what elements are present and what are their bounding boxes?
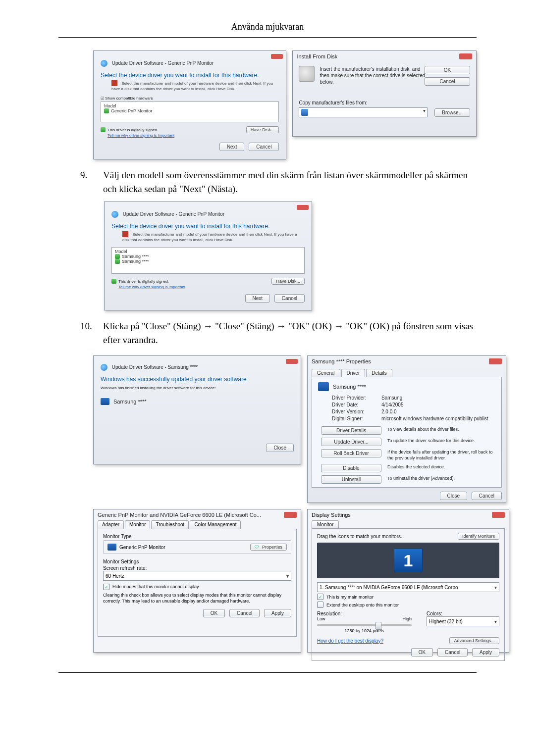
model-listbox[interactable]: Model Samsung **** Samsung **** bbox=[111, 247, 305, 274]
refresh-rate-label: Screen refresh rate: bbox=[103, 565, 291, 571]
tab-general[interactable]: General bbox=[312, 369, 340, 377]
hide-modes-desc: Clearing this check box allows you to se… bbox=[103, 592, 291, 604]
best-display-link[interactable]: How do I get the best display? bbox=[317, 638, 383, 644]
drive-icon bbox=[301, 109, 308, 116]
tab-adapter[interactable]: Adapter bbox=[98, 520, 124, 529]
resolution-slider[interactable] bbox=[317, 624, 412, 626]
monitor-select[interactable]: 1. Samsung **** on NVIDIA GeForce 6600 L… bbox=[317, 582, 499, 592]
disable-desc: Disables the selected device. bbox=[387, 464, 495, 470]
update-driver-button[interactable]: Update Driver... bbox=[321, 438, 381, 446]
refresh-rate-select[interactable]: 60 Hertz bbox=[103, 571, 291, 581]
dialog-subtext: Select the manufacturer and model of you… bbox=[111, 81, 279, 91]
update-driver-dialog-2: Update Driver Software - Generic PnP Mon… bbox=[104, 202, 312, 310]
breadcrumb-text: Update Driver Software - Generic PnP Mon… bbox=[112, 60, 214, 66]
shield-icon bbox=[101, 127, 106, 132]
properties-button[interactable]: 🛡 Properties bbox=[250, 544, 287, 551]
driver-details-button[interactable]: Driver Details bbox=[321, 426, 381, 435]
slider-high-label: High bbox=[403, 616, 412, 621]
tab-color-mgmt[interactable]: Color Management bbox=[190, 520, 241, 529]
disable-button[interactable]: Disable bbox=[321, 464, 381, 472]
main-monitor-checkbox[interactable] bbox=[317, 594, 323, 600]
list-item[interactable]: Samsung **** bbox=[122, 254, 149, 259]
column-header: Model bbox=[115, 249, 301, 254]
close-icon[interactable] bbox=[459, 53, 472, 59]
next-button[interactable]: Next bbox=[245, 294, 270, 302]
cancel-button[interactable]: Cancel bbox=[472, 492, 502, 500]
close-icon[interactable] bbox=[489, 358, 502, 364]
next-button[interactable]: Next bbox=[219, 143, 245, 151]
have-disk-button[interactable]: Have Disk... bbox=[271, 278, 305, 285]
driver-details-desc: To view details about the driver files. bbox=[387, 426, 495, 432]
apply-button[interactable]: Apply bbox=[472, 648, 499, 656]
monitor-name: Generic PnP Monitor bbox=[119, 545, 165, 550]
step-text: Klicka på "Close" (Stäng) → "Close" (Stä… bbox=[103, 319, 477, 347]
tab-details[interactable]: Details bbox=[366, 369, 392, 377]
advanced-settings-button[interactable]: Advanced Settings... bbox=[449, 637, 499, 644]
step-9: 9. Välj den modell som överensstämmer me… bbox=[80, 168, 477, 196]
device-name: Samsung **** bbox=[113, 399, 147, 404]
back-icon[interactable] bbox=[101, 364, 107, 371]
browse-button[interactable]: Browse... bbox=[434, 108, 470, 117]
signed-label: This driver is digitally signed. bbox=[107, 128, 158, 132]
ok-button[interactable]: OK bbox=[203, 609, 225, 617]
close-icon[interactable] bbox=[297, 205, 309, 210]
signed-label: This driver is digitally signed. bbox=[118, 279, 169, 284]
cancel-button[interactable]: Cancel bbox=[249, 143, 279, 151]
uninstall-desc: To uninstall the driver (Advanced). bbox=[387, 475, 495, 481]
tab-troubleshoot[interactable]: Troubleshoot bbox=[151, 520, 189, 529]
signing-info-link[interactable]: Tell me why driver signing is important bbox=[118, 285, 305, 289]
close-button[interactable]: Close bbox=[266, 444, 294, 452]
cancel-button[interactable]: Cancel bbox=[274, 294, 305, 302]
signing-info-link[interactable]: Tell me why driver signing is important bbox=[107, 133, 279, 138]
compatible-checkbox-label[interactable]: ☑ Show compatible hardware bbox=[101, 96, 279, 101]
close-icon[interactable] bbox=[284, 512, 297, 518]
colors-select[interactable]: Highest (32 bit) bbox=[427, 616, 499, 626]
cancel-button[interactable]: Cancel bbox=[437, 648, 468, 656]
back-icon[interactable] bbox=[111, 211, 118, 218]
shield-icon bbox=[115, 259, 120, 264]
model-listbox[interactable]: Model Generic PnP Monitor bbox=[101, 101, 279, 122]
extend-desktop-label: Extend the desktop onto this monitor bbox=[326, 603, 399, 607]
step-10: 10. Klicka på "Close" (Stäng) → "Close" … bbox=[80, 319, 477, 347]
tab-monitor[interactable]: Monitor bbox=[125, 520, 150, 529]
dialog-headline: Select the device driver you want to ins… bbox=[101, 72, 279, 79]
footer-rule bbox=[58, 672, 477, 673]
hide-modes-checkbox[interactable] bbox=[103, 584, 109, 590]
path-combobox[interactable] bbox=[299, 107, 428, 117]
monitor-square-icon bbox=[122, 231, 128, 237]
drag-instruction: Drag the icons to match your monitors. bbox=[317, 534, 402, 539]
list-item[interactable]: Samsung **** bbox=[122, 259, 149, 264]
close-icon[interactable] bbox=[271, 54, 283, 59]
tab-driver[interactable]: Driver bbox=[341, 369, 366, 377]
monitor-icon bbox=[101, 398, 109, 405]
dialog-subtext: Select the manufacturer and model of you… bbox=[122, 232, 297, 242]
rollback-driver-button[interactable]: Roll Back Driver bbox=[321, 449, 381, 457]
slider-low-label: Low bbox=[317, 616, 325, 621]
close-icon[interactable] bbox=[492, 512, 505, 518]
back-icon[interactable] bbox=[101, 60, 107, 67]
list-item[interactable]: Generic PnP Monitor bbox=[111, 108, 152, 113]
monitor-stage[interactable]: 1 bbox=[317, 543, 499, 578]
step-text: Välj den modell som överensstämmer med d… bbox=[103, 168, 477, 196]
update-driver-dialog-1: Update Driver Software - Generic PnP Mon… bbox=[93, 50, 286, 159]
extend-desktop-checkbox[interactable] bbox=[317, 602, 323, 608]
monitor-icon-1[interactable]: 1 bbox=[394, 549, 423, 572]
tab-monitor[interactable]: Monitor bbox=[312, 520, 339, 528]
label-provider: Driver Provider: bbox=[332, 395, 381, 401]
uninstall-button[interactable]: Uninstall bbox=[321, 475, 381, 484]
cancel-button[interactable]: Cancel bbox=[425, 77, 470, 86]
have-disk-button[interactable]: Have Disk... bbox=[246, 126, 279, 133]
close-icon[interactable] bbox=[286, 359, 298, 364]
screenshot-row-1: Update Driver Software - Generic PnP Mon… bbox=[93, 50, 477, 159]
cancel-button[interactable]: Cancel bbox=[229, 609, 260, 617]
monitor-icon bbox=[318, 382, 329, 391]
shield-icon: 🛡 bbox=[255, 545, 259, 550]
ok-button[interactable]: OK bbox=[411, 648, 433, 656]
dialog-title: Samsung **** Properties bbox=[312, 358, 371, 364]
ok-button[interactable]: OK bbox=[425, 66, 470, 74]
apply-button[interactable]: Apply bbox=[264, 609, 291, 617]
identify-monitors-button[interactable]: Identify Monitors bbox=[458, 533, 499, 540]
label-signer: Digital Signer: bbox=[332, 416, 381, 421]
close-button[interactable]: Close bbox=[440, 492, 468, 500]
column-header: Model bbox=[104, 103, 275, 108]
